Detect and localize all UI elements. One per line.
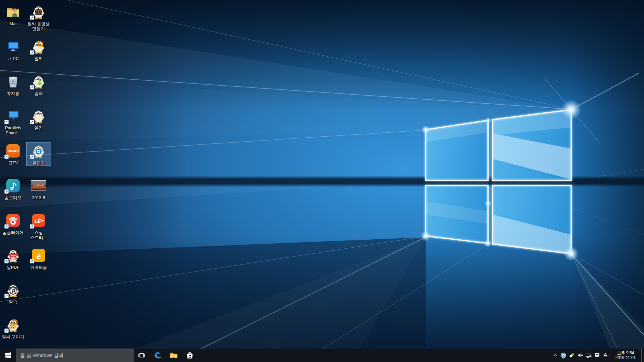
start-button[interactable]	[0, 349, 16, 362]
ime-indicator[interactable]: A	[601, 349, 610, 362]
alcapture-icon	[31, 143, 46, 159]
file-explorer-icon	[169, 351, 178, 360]
photo-thumbnail-icon	[31, 178, 46, 193]
tray-network[interactable]	[584, 349, 593, 362]
svg-text:PDF: PDF	[11, 254, 16, 257]
desktop-icon-label: 2013-9	[26, 195, 51, 200]
gomplayer-icon	[5, 213, 21, 228]
desktop-icon-label: Parallels Share...	[1, 126, 25, 136]
tray-alcapture-tray[interactable]	[559, 349, 568, 362]
tray-volume[interactable]	[576, 349, 584, 362]
edge-icon	[153, 351, 162, 360]
desktop-icon-gomplayer[interactable]: 곰플레이어	[1, 212, 25, 236]
desktop-icon-label: 알약	[26, 91, 51, 96]
desktop-icon-gomtv[interactable]: GOMTV곰TV	[1, 142, 25, 166]
tray-alyac-tray[interactable]	[568, 349, 576, 362]
desktop-icon-photo-2013-9[interactable]: 2013-9	[26, 177, 51, 201]
task-view-button[interactable]	[133, 349, 150, 362]
svg-text:e: e	[36, 250, 41, 261]
desktop-icon-label: 쇼핑 스트리...	[26, 230, 51, 240]
desktop-icon-emart-mall[interactable]: e이마트몰	[26, 247, 51, 270]
desktop-icon-shopping-11st[interactable]: 11쇼핑 스트리...	[26, 212, 51, 241]
windows-start-icon	[4, 352, 12, 359]
system-tray: A 오후 9:54 2016-11-01	[551, 349, 644, 362]
shortcut-arrow-icon	[4, 328, 9, 333]
show-desktop-button[interactable]	[641, 349, 644, 362]
shopping-11st-icon: 11	[31, 213, 46, 228]
search-placeholder: 웹 및 Windows 검색	[20, 352, 63, 359]
speaker-icon	[577, 352, 584, 359]
gomtv-icon: GOMTV	[5, 143, 21, 159]
folder-user-icon	[5, 4, 21, 19]
shortcut-arrow-icon	[30, 85, 34, 89]
alsee-video-maker-icon	[31, 4, 46, 19]
desktop-icon-parallels-shared[interactable]: Parallels Share...	[1, 107, 25, 136]
desktop-icon-my-pc[interactable]: 내 PC	[1, 38, 25, 62]
shortcut-arrow-icon	[4, 189, 9, 194]
shortcut-arrow-icon	[30, 15, 34, 20]
shortcut-arrow-icon	[4, 224, 9, 229]
desktop-icon-label: 알씨	[26, 56, 51, 61]
desktop-icon-alsong[interactable]: 알송	[1, 281, 25, 305]
desktop-icon-label: 휴지통	[1, 91, 25, 96]
windows-store-icon	[186, 351, 194, 359]
pill-icon	[569, 352, 575, 359]
taskbar-clock[interactable]: 오후 9:54 2016-11-01	[610, 349, 641, 362]
desktop-icon-alzip[interactable]: 알집	[26, 107, 51, 131]
file-explorer-button[interactable]	[166, 349, 182, 362]
desktop-icon-imac[interactable]: iMac	[1, 3, 25, 27]
shortcut-arrow-icon	[30, 224, 34, 229]
shortcut-arrow-icon	[30, 50, 34, 55]
tray-hidden-icons[interactable]	[551, 349, 559, 362]
this-pc-icon	[5, 39, 21, 54]
desktop-icon-label: iMac	[1, 21, 25, 26]
shortcut-arrow-icon	[30, 120, 34, 124]
desktop-icon-alpdf[interactable]: PDF알PDF	[1, 247, 25, 270]
taskbar-search-input[interactable]: 웹 및 Windows 검색	[16, 349, 133, 362]
desktop-icon-label: 알씨 동영상 만들기	[26, 21, 51, 32]
parallels-pc-icon	[5, 108, 21, 124]
tray-action-center[interactable]	[593, 349, 601, 362]
desktop-icon-alyac[interactable]: 알약	[26, 73, 51, 97]
desktop-icon-label: 알집	[26, 126, 51, 131]
shortcut-arrow-icon	[4, 259, 9, 263]
action-center-icon	[594, 352, 600, 359]
gomaudio-icon	[5, 178, 21, 193]
taskbar: 웹 및 Windows 검색 A 오후 9:54 2016-11-01	[0, 349, 644, 362]
desktop-icon-alsee[interactable]: 알씨	[26, 38, 51, 62]
desktop-icon-label: 곰TV	[1, 161, 25, 166]
shortcut-arrow-icon	[30, 259, 34, 263]
alsong-icon	[5, 282, 21, 298]
desktop-icon-label: 알PDF	[1, 265, 25, 270]
store-button[interactable]	[182, 349, 198, 362]
alzip-icon	[31, 108, 46, 124]
desktop-icon-label: 알씨 꾸미기	[1, 335, 25, 340]
desktop-icon-label: 알캡처	[26, 161, 51, 166]
clock-date: 2016-11-01	[611, 355, 640, 360]
alyac-icon	[31, 74, 46, 89]
desktop-icon-label: 곰플레이어	[1, 230, 25, 235]
desktop-icon-gomaudio[interactable]: 곰오디오	[1, 177, 25, 201]
alsee-icon	[31, 39, 46, 54]
chevron-up-icon	[552, 352, 558, 358]
edge-button[interactable]	[150, 349, 166, 362]
desktop-icon-alsee-video-maker[interactable]: 알씨 동영상 만들기	[26, 3, 51, 32]
desktop-icon-recycle-bin[interactable]: 휴지통	[1, 73, 25, 97]
clock-time: 오후 9:54	[611, 351, 640, 355]
desktop-icon-label: 내 PC	[1, 56, 25, 61]
desktop-icon-alcapture[interactable]: 알캡처	[26, 142, 51, 166]
emart-icon: e	[31, 248, 46, 263]
recycle-bin-icon	[5, 74, 21, 89]
desktop-icon-label: 이마트몰	[26, 265, 51, 270]
shortcut-arrow-icon	[30, 155, 34, 159]
desktop-icon-label: 알송	[1, 300, 25, 305]
desktop-icon-label: 곰오디오	[1, 195, 25, 200]
task-view-icon	[138, 351, 146, 359]
svg-text:GOMTV: GOMTV	[8, 149, 19, 153]
alcapture-tray-icon	[560, 352, 567, 359]
alpdf-icon: PDF	[5, 248, 21, 263]
network-icon	[585, 352, 592, 359]
desktop-icon-alsee-decorate[interactable]: 알씨 꾸미기	[1, 316, 25, 340]
shortcut-arrow-icon	[4, 155, 9, 159]
shortcut-arrow-icon	[4, 294, 9, 298]
